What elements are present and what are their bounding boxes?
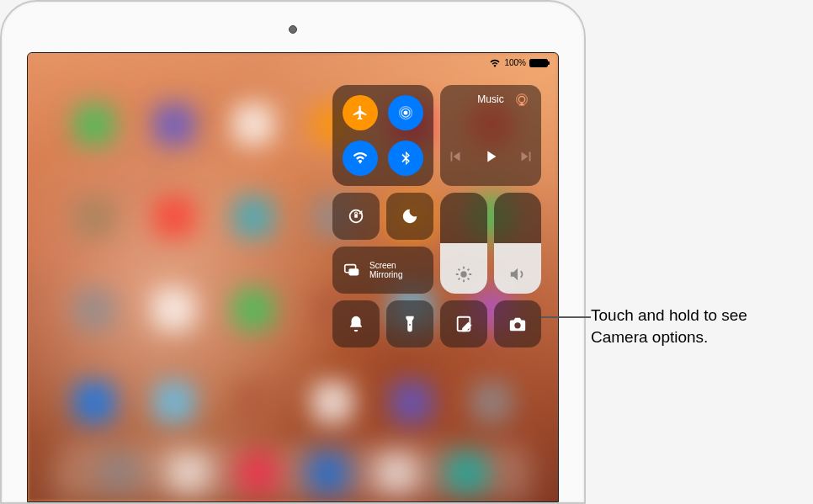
svg-rect-8 <box>348 268 359 275</box>
screen-mirroring-icon <box>343 261 361 279</box>
play-button[interactable] <box>481 147 500 169</box>
battery-icon <box>529 59 548 67</box>
volume-icon <box>508 265 527 284</box>
orientation-lock-toggle[interactable] <box>332 193 380 240</box>
screen-mirroring-label: Screen Mirroring <box>369 261 402 279</box>
bluetooth-icon <box>397 150 414 167</box>
camera-button[interactable] <box>494 300 541 347</box>
airdrop-toggle[interactable] <box>388 95 423 130</box>
orientation-lock-icon <box>347 207 365 225</box>
ipad-frame: 100% Music <box>0 0 586 504</box>
volume-slider[interactable] <box>494 193 541 294</box>
svg-point-0 <box>404 111 408 115</box>
callout-text: Touch and hold to see Camera options. <box>591 305 801 347</box>
bluetooth-toggle[interactable] <box>388 141 423 176</box>
screen-mirroring-button[interactable]: Screen Mirroring <box>332 247 433 294</box>
do-not-disturb-toggle[interactable] <box>386 193 433 240</box>
brightness-slider[interactable] <box>440 193 487 294</box>
battery-percent-label: 100% <box>504 58 526 67</box>
music-widget[interactable]: Music <box>440 85 541 186</box>
camera-icon <box>508 315 527 333</box>
flashlight-icon <box>401 315 419 333</box>
front-camera-dot <box>289 25 297 34</box>
wifi-toggle[interactable] <box>343 141 378 176</box>
music-label: Music <box>477 93 503 105</box>
svg-point-3 <box>518 97 524 103</box>
notes-icon <box>454 315 473 333</box>
airplay-icon[interactable] <box>513 92 531 114</box>
control-center: Music Screen Mirroring <box>332 85 541 347</box>
wifi-icon <box>352 150 369 167</box>
brightness-icon <box>454 265 473 284</box>
silent-icon <box>347 315 365 333</box>
silent-toggle[interactable] <box>332 300 380 347</box>
svg-point-9 <box>460 271 466 277</box>
previous-track-button[interactable] <box>446 147 465 169</box>
status-bar: 100% <box>489 58 548 67</box>
svg-line-17 <box>468 269 470 271</box>
connectivity-group[interactable] <box>332 85 433 186</box>
ipad-screen: 100% Music <box>27 52 559 502</box>
svg-line-16 <box>459 279 460 280</box>
airdrop-icon <box>397 104 414 121</box>
wifi-status-icon <box>489 59 501 67</box>
moon-icon <box>401 207 419 225</box>
quick-note-button[interactable] <box>440 300 487 347</box>
airplane-mode-icon <box>352 104 369 121</box>
svg-line-14 <box>459 269 460 271</box>
svg-line-15 <box>468 279 470 280</box>
airplane-mode-toggle[interactable] <box>343 95 378 130</box>
flashlight-toggle[interactable] <box>386 300 433 347</box>
next-track-button[interactable] <box>517 147 535 169</box>
svg-rect-6 <box>354 214 358 218</box>
